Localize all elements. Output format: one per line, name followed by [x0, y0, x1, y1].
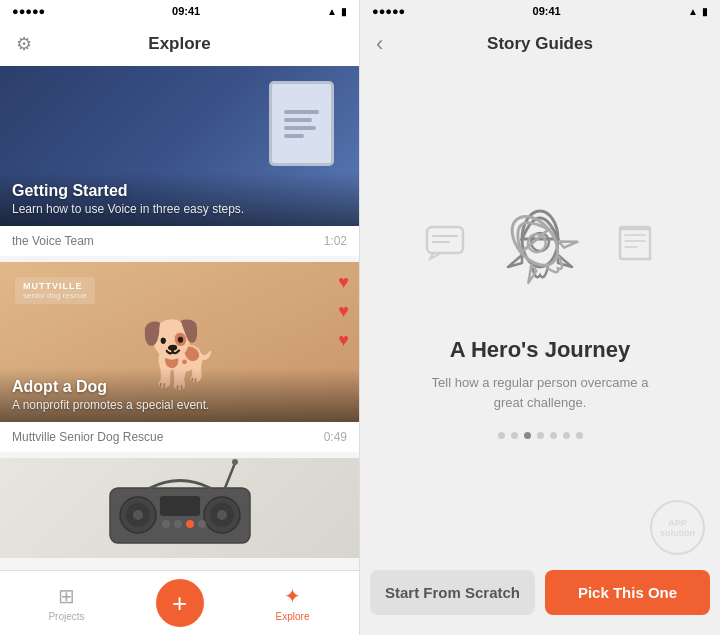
back-button[interactable]: ‹ [376, 31, 383, 57]
guide-description: Tell how a regular person overcame a gre… [420, 373, 660, 412]
nav-bar-left: ⚙ Explore [0, 22, 359, 66]
guide-title: A Hero's Journey [450, 337, 630, 363]
left-panel: ●●●●● 09:41 ▲ ▮ ⚙ Explore [0, 0, 360, 635]
time-right: 09:41 [533, 5, 561, 17]
story-guides-content: A Hero's Journey Tell how a regular pers… [360, 66, 720, 570]
tab-projects[interactable]: ⊞ Projects [10, 584, 123, 622]
heart-icon-3: ♥ [338, 330, 349, 351]
story-thumb-getting-started: Getting Started Learn how to use Voice i… [0, 66, 359, 226]
battery-icons-left: ▲ ▮ [327, 6, 347, 17]
dot-3 [524, 432, 531, 439]
dot-7 [576, 432, 583, 439]
story-duration-adopt-dog: 0:49 [324, 430, 347, 444]
wifi-icon-right: ▲ [688, 6, 698, 17]
muttville-banner: MUTTVILLE senior dog rescue [15, 277, 95, 304]
story-meta-adopt-dog: Muttville Senior Dog Rescue 0:49 [0, 422, 359, 452]
start-from-scratch-button[interactable]: Start From Scratch [370, 570, 535, 615]
rocket-icon [480, 187, 600, 307]
battery-icons-right: ▲ ▮ [688, 6, 708, 17]
action-buttons: Start From Scratch Pick This One [360, 570, 720, 635]
guide-carousel [380, 187, 700, 307]
dot-6 [563, 432, 570, 439]
pagination-dots [498, 432, 583, 439]
status-bar-right: ●●●●● 09:41 ▲ ▮ [360, 0, 720, 22]
explore-title: Explore [148, 34, 210, 54]
tab-bar: ⊞ Projects + ✦ Explore [0, 570, 359, 635]
story-overlay-getting-started: Getting Started Learn how to use Voice i… [0, 172, 359, 226]
app-watermark: APP solution [650, 500, 705, 555]
story-card-boombox[interactable] [0, 458, 359, 558]
story-thumb-adopt-dog: ♥ ♥ ♥ 🐕 MUTTVILLE senior dog rescue Adop… [0, 262, 359, 422]
story-author-adopt-dog: Muttville Senior Dog Rescue [12, 430, 163, 444]
heart-icon-2: ♥ [338, 301, 349, 322]
projects-icon: ⊞ [58, 584, 75, 608]
tab-explore-label: Explore [276, 611, 310, 622]
explore-icon: ✦ [284, 584, 301, 608]
hearts-overlay: ♥ ♥ ♥ [338, 272, 349, 351]
pick-this-one-button[interactable]: Pick This One [545, 570, 710, 615]
story-duration-getting-started: 1:02 [324, 234, 347, 248]
muttville-text: MUTTVILLE [23, 281, 87, 291]
story-card-getting-started[interactable]: Getting Started Learn how to use Voice i… [0, 66, 359, 256]
gear-icon[interactable]: ⚙ [16, 33, 32, 55]
story-subtitle-adopt-dog: A nonprofit promotes a special event. [12, 398, 347, 412]
tablet-illustration [269, 81, 334, 166]
tab-add[interactable]: + [123, 579, 236, 627]
tab-explore[interactable]: ✦ Explore [236, 584, 349, 622]
story-overlay-adopt-dog: Adopt a Dog A nonprofit promotes a speci… [0, 368, 359, 422]
signal-left: ●●●●● [12, 5, 45, 17]
watermark-solution: solution [660, 528, 695, 538]
watermark-circle: APP solution [650, 500, 705, 555]
story-feed: Getting Started Learn how to use Voice i… [0, 66, 359, 570]
dot-1 [498, 432, 505, 439]
svg-point-3 [133, 510, 143, 520]
story-meta-getting-started: the Voice Team 1:02 [0, 226, 359, 256]
svg-point-13 [232, 459, 238, 465]
nav-bar-right: ‹ Story Guides [360, 22, 720, 66]
story-title-getting-started: Getting Started [12, 182, 347, 200]
add-button[interactable]: + [156, 579, 204, 627]
story-subtitle-getting-started: Learn how to use Voice in three easy ste… [12, 202, 347, 216]
story-guides-title: Story Guides [487, 34, 593, 54]
svg-point-6 [217, 510, 227, 520]
svg-point-9 [174, 520, 182, 528]
svg-rect-14 [427, 227, 463, 253]
battery-icon-left: ▮ [341, 6, 347, 17]
battery-icon-right: ▮ [702, 6, 708, 17]
watermark-app: APP [668, 518, 687, 528]
chat-bubble-icon [425, 225, 465, 270]
dot-2 [511, 432, 518, 439]
dot-5 [550, 432, 557, 439]
story-thumb-boombox [0, 458, 359, 558]
svg-point-8 [162, 520, 170, 528]
heart-icon: ♥ [338, 272, 349, 293]
dot-4 [537, 432, 544, 439]
muttville-subtext: senior dog rescue [23, 291, 87, 300]
svg-point-10 [186, 520, 194, 528]
signal-right: ●●●●● [372, 5, 405, 17]
wifi-icon-left: ▲ [327, 6, 337, 17]
svg-line-12 [225, 463, 235, 488]
story-title-adopt-dog: Adopt a Dog [12, 378, 347, 396]
tab-projects-label: Projects [48, 611, 84, 622]
book-icon [615, 225, 655, 270]
status-bar-left: ●●●●● 09:41 ▲ ▮ [0, 0, 359, 22]
time-left: 09:41 [172, 5, 200, 17]
svg-rect-7 [160, 496, 200, 516]
story-author-getting-started: the Voice Team [12, 234, 94, 248]
svg-point-11 [198, 520, 206, 528]
story-card-adopt-dog[interactable]: ♥ ♥ ♥ 🐕 MUTTVILLE senior dog rescue Adop… [0, 262, 359, 452]
right-panel: ●●●●● 09:41 ▲ ▮ ‹ Story Guides [360, 0, 720, 635]
boombox-svg [100, 458, 260, 558]
